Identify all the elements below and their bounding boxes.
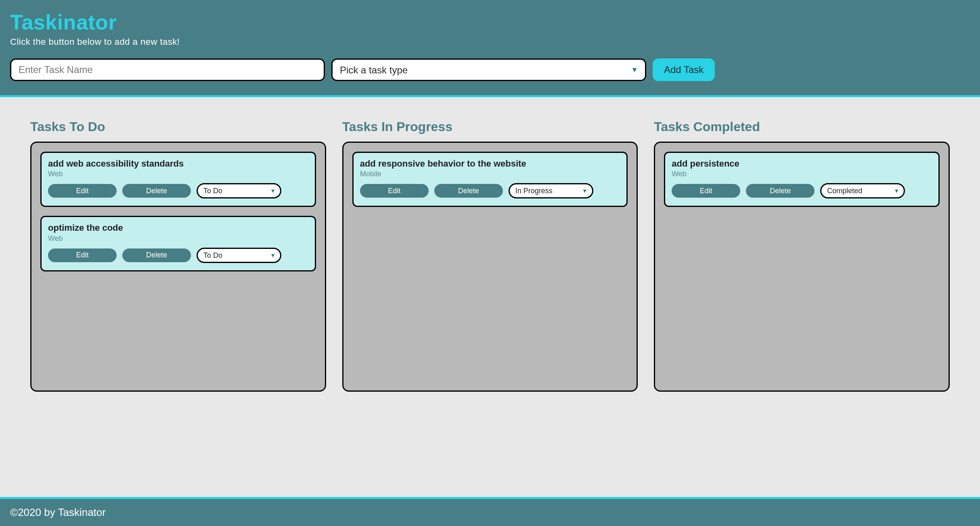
footer-text: ©2020 by Taskinator: [10, 506, 106, 518]
column-completed: Tasks Completed add persistence Web Edit…: [654, 119, 950, 481]
task-actions: Edit Delete In Progress ▼: [360, 183, 620, 198]
task-card: add web accessibility standards Web Edit…: [40, 152, 316, 207]
task-list-todo: add web accessibility standards Web Edit…: [30, 142, 326, 392]
column-title-completed: Tasks Completed: [654, 119, 950, 134]
task-list-in-progress: add responsive behavior to the website M…: [342, 142, 638, 392]
task-type: Web: [672, 170, 932, 178]
add-task-button[interactable]: Add Task: [653, 58, 715, 81]
task-title: add web accessibility standards: [48, 159, 308, 169]
header: Taskinator Click the button below to add…: [0, 0, 980, 97]
task-form: Pick a task type ▼ Add Task: [10, 58, 970, 81]
app-title: Taskinator: [10, 10, 970, 34]
task-actions: Edit Delete To Do ▼: [48, 248, 308, 263]
task-title: add responsive behavior to the website: [360, 159, 620, 169]
column-title-todo: Tasks To Do: [30, 119, 326, 134]
footer: ©2020 by Taskinator: [0, 497, 980, 526]
task-name-input[interactable]: [10, 58, 325, 81]
task-list-completed: add persistence Web Edit Delete Complete…: [654, 142, 950, 392]
edit-button[interactable]: Edit: [360, 184, 429, 198]
edit-button[interactable]: Edit: [672, 184, 740, 198]
task-type: Web: [48, 170, 308, 178]
app-subtitle: Click the button below to add a new task…: [10, 37, 970, 47]
task-card: optimize the code Web Edit Delete To Do …: [40, 216, 316, 271]
column-title-in-progress: Tasks In Progress: [342, 119, 638, 134]
status-select[interactable]: Completed: [820, 183, 905, 198]
task-title: add persistence: [672, 159, 932, 169]
delete-button[interactable]: Delete: [122, 248, 191, 262]
task-card: add persistence Web Edit Delete Complete…: [664, 152, 940, 207]
task-type: Web: [48, 234, 308, 243]
column-todo: Tasks To Do add web accessibility standa…: [30, 119, 326, 481]
status-select[interactable]: In Progress: [509, 183, 593, 198]
task-actions: Edit Delete To Do ▼: [48, 183, 308, 198]
task-card: add responsive behavior to the website M…: [352, 152, 628, 207]
delete-button[interactable]: Delete: [746, 184, 815, 198]
main: Tasks To Do add web accessibility standa…: [0, 97, 980, 497]
status-select[interactable]: To Do: [197, 183, 281, 198]
column-in-progress: Tasks In Progress add responsive behavio…: [342, 119, 638, 481]
delete-button[interactable]: Delete: [434, 184, 503, 198]
edit-button[interactable]: Edit: [48, 184, 117, 198]
task-title: optimize the code: [48, 223, 308, 233]
edit-button[interactable]: Edit: [48, 248, 117, 262]
task-actions: Edit Delete Completed ▼: [672, 183, 932, 198]
delete-button[interactable]: Delete: [122, 184, 191, 198]
status-select[interactable]: To Do: [197, 248, 281, 263]
task-type: Mobile: [360, 170, 620, 178]
task-type-select[interactable]: Pick a task type: [331, 58, 646, 81]
